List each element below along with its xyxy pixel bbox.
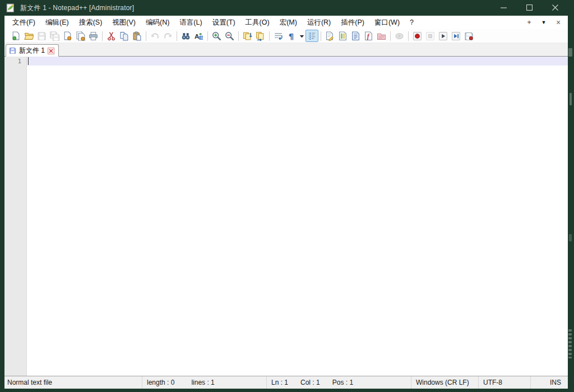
menu-item-plugins[interactable]: 插件(P) xyxy=(336,16,369,29)
toolbar-macro-playback-button[interactable] xyxy=(437,30,450,42)
menu-item-file[interactable]: 文件(F) xyxy=(7,16,40,29)
toolbar-udl-dialog-button[interactable] xyxy=(323,30,336,42)
toolbar-zoom-in-button[interactable] xyxy=(210,30,223,42)
toolbar-macro-record-button[interactable] xyxy=(411,30,424,42)
menu-item-encoding[interactable]: 编码(N) xyxy=(141,16,174,29)
maximize-button[interactable] xyxy=(516,0,542,16)
toolbar-separator xyxy=(102,31,103,41)
toolbar-show-all-characters-dropdown-button[interactable] xyxy=(298,30,305,42)
menu-item-settings[interactable]: 设置(T) xyxy=(207,16,240,29)
close-icon xyxy=(63,31,72,41)
status-bar: Normal text file length : 0 lines : 1 Ln… xyxy=(4,376,568,389)
menu-item-edit[interactable]: 编辑(E) xyxy=(40,16,74,29)
toolbar-separator xyxy=(177,31,177,41)
line-number: 1 xyxy=(4,58,21,65)
toolbar-redo-button xyxy=(161,30,174,42)
toolbar-separator xyxy=(146,31,146,41)
function-list-icon: f xyxy=(364,31,373,41)
line-number-margin[interactable]: 1 xyxy=(4,57,27,376)
undo-icon xyxy=(150,31,160,41)
toolbar-undo-button xyxy=(149,30,161,42)
window-title: 新文件 1 - Notepad++ [Administrator] xyxy=(20,3,134,13)
toolbar-close-all-button[interactable] xyxy=(74,30,87,42)
status-cursor-position[interactable]: Ln : 1 Col : 1 Pos : 1 xyxy=(267,376,411,389)
toolbar-print-button[interactable] xyxy=(87,30,100,42)
menu-item-language[interactable]: 语言(L) xyxy=(174,16,207,29)
open-icon xyxy=(24,31,34,41)
toolbar-paste-button[interactable] xyxy=(131,30,144,42)
toolbar-show-all-characters-button[interactable]: ¶ xyxy=(285,30,298,42)
close-tab-button[interactable]: × xyxy=(552,17,564,28)
background-artifact xyxy=(570,93,572,105)
toolbar-sync-vertical-scrolling-button[interactable] xyxy=(241,30,254,42)
menu-item-run[interactable]: 运行(R) xyxy=(302,16,336,29)
replace-icon: AB xyxy=(194,31,203,41)
toolbar-document-map-button[interactable] xyxy=(336,30,349,42)
menu-item-macro[interactable]: 宏(M) xyxy=(275,16,302,29)
line-label: Ln : 1 xyxy=(271,379,288,386)
background-artifact xyxy=(568,329,572,358)
toolbar-new-file-button[interactable] xyxy=(10,30,22,42)
toolbar-close-button[interactable] xyxy=(61,30,74,42)
svg-text:¶: ¶ xyxy=(289,31,294,41)
show-all-characters-dropdown-icon xyxy=(297,31,307,41)
minimize-button[interactable] xyxy=(490,0,516,16)
menu-item-view[interactable]: 视图(V) xyxy=(107,16,141,29)
toolbar-document-list-button[interactable] xyxy=(349,30,362,42)
length-label: length : 0 xyxy=(147,379,174,386)
toolbar-separator xyxy=(321,31,321,41)
window-controls xyxy=(490,0,568,16)
show-indent-guide-icon xyxy=(307,31,317,41)
udl-dialog-icon xyxy=(325,31,335,41)
editor: 1 xyxy=(4,57,568,376)
menu-item-search[interactable]: 搜索(S) xyxy=(74,16,108,29)
menu-item-window[interactable]: 窗口(W) xyxy=(369,16,405,29)
toolbar-zoom-out-button[interactable] xyxy=(223,30,236,42)
text-area[interactable] xyxy=(27,57,568,376)
client-area: 文件(F)编辑(E)搜索(S)视图(V)编码(N)语言(L)设置(T)工具(O)… xyxy=(4,16,568,389)
saved-floppy-icon xyxy=(9,47,16,54)
toolbar-show-indent-guide-button[interactable] xyxy=(305,30,318,42)
toolbar-folder-as-workspace-button[interactable] xyxy=(375,30,388,42)
tab-new-file-1[interactable]: 新文件 1 xyxy=(6,44,59,57)
find-icon xyxy=(181,31,191,41)
toolbar-word-wrap-button[interactable] xyxy=(272,30,285,42)
word-wrap-icon xyxy=(274,31,283,41)
maximize-icon xyxy=(526,3,533,13)
toolbar-sync-horizontal-scrolling-button[interactable] xyxy=(254,30,267,42)
macro-playback-icon xyxy=(438,31,448,41)
toolbar-copy-button[interactable] xyxy=(118,30,131,42)
toolbar-function-list-button[interactable]: f xyxy=(362,30,375,42)
background-artifact xyxy=(568,48,572,57)
new-file-icon xyxy=(11,31,21,41)
menu-item-help[interactable]: ? xyxy=(405,17,419,28)
document-map-icon xyxy=(338,31,348,41)
encoding-label: UTF-8 xyxy=(483,379,502,386)
status-doc-type[interactable]: Normal text file xyxy=(4,376,142,389)
tab-label: 新文件 1 xyxy=(19,46,45,55)
notepadpp-logo-icon xyxy=(6,3,15,13)
typing-mode-label: INS xyxy=(550,379,561,386)
tab-bar: 新文件 1 xyxy=(4,43,568,57)
toolbar-macro-run-multiple-button[interactable] xyxy=(450,30,462,42)
status-encoding[interactable]: UTF-8 xyxy=(479,376,531,389)
toolbar-macro-save-button[interactable] xyxy=(462,30,475,42)
background-artifact xyxy=(569,234,572,241)
title-bar[interactable]: 新文件 1 - Notepad++ [Administrator] xyxy=(0,0,574,16)
column-label: Col : 1 xyxy=(300,379,320,386)
toolbar-cut-button[interactable] xyxy=(105,30,118,42)
status-length-lines[interactable]: length : 0 lines : 1 xyxy=(142,376,267,389)
menu-item-tools[interactable]: 工具(O) xyxy=(240,16,275,29)
toolbar-replace-button[interactable]: AB xyxy=(192,30,205,42)
new-tab-button[interactable]: + xyxy=(523,17,535,28)
toolbar-separator xyxy=(390,31,391,41)
tab-list-button[interactable]: ▼ xyxy=(538,17,550,28)
status-eol-format[interactable]: Windows (CR LF) xyxy=(411,376,479,389)
status-typing-mode[interactable]: INS xyxy=(531,376,568,389)
toolbar-open-button[interactable] xyxy=(22,30,35,42)
tab-close-icon[interactable] xyxy=(48,48,54,54)
toolbar-find-button[interactable] xyxy=(179,30,192,42)
macro-stop-icon xyxy=(425,31,435,41)
save-all-icon xyxy=(50,31,59,41)
close-button[interactable] xyxy=(542,0,568,16)
